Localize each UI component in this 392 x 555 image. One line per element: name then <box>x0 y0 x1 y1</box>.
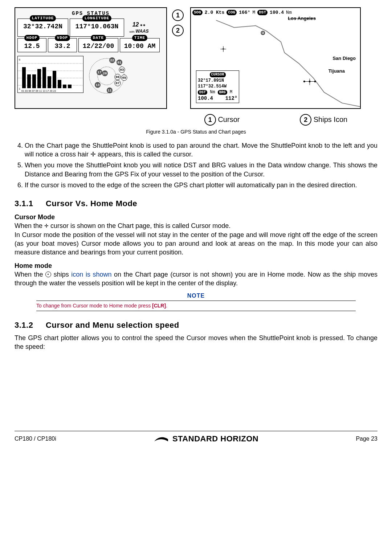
section-311-title: Cursor Vs. Home Mode <box>46 199 137 208</box>
callout-1-num: 1 <box>172 9 184 21</box>
longitude-box: LONGITUDE 117°10.063N <box>70 19 124 37</box>
svg-rect-6 <box>32 74 36 88</box>
date-box: DATE 12/22/00 <box>78 38 118 52</box>
callout-2: 2 <box>172 25 184 36</box>
date-value: 12/22/00 <box>80 41 117 51</box>
callout-2-num: 2 <box>172 25 184 36</box>
svg-text:09: 09 <box>122 76 126 80</box>
note-title: NOTE <box>36 292 356 300</box>
footer-brand: STANDARD HORIZON <box>154 433 258 444</box>
svg-text:6: 6 <box>19 58 20 61</box>
footer-left: CP180 / CP180i <box>15 435 56 443</box>
cursor-mode-line1: When the ✛ cursor is shown on the Chart … <box>15 221 377 230</box>
section-312-num: 3.1.2 <box>15 320 33 331</box>
svg-text:03: 03 <box>120 68 124 72</box>
hm-c: on the Chart page (cursor is not shown) … <box>15 271 377 287</box>
time-label: TIME <box>132 35 147 41</box>
home-mode-para: When the ships icon is shown on the Char… <box>15 270 377 288</box>
cursor-mode-head: Cursor Mode <box>15 213 377 221</box>
note-body: To change from Cursor mode to Home mode … <box>36 301 356 311</box>
svg-rect-8 <box>42 67 46 88</box>
cm-line1b: cursor is shown on the Chart page, this … <box>50 222 230 229</box>
svg-text:20: 20 <box>103 72 107 76</box>
svg-text:07: 07 <box>116 82 120 85</box>
footer-brand-text: STANDARD HORIZON <box>172 433 258 444</box>
gps-row3: 6 1 01 03 06 07 09 11 13 17 20 22 22 01 … <box>17 56 164 98</box>
crosshair-icon: ✛ <box>44 223 49 229</box>
svg-rect-12 <box>63 85 66 88</box>
latitude-value: 32°32.742N <box>19 21 66 32</box>
footer-right: Page 23 <box>356 435 377 443</box>
cursor-brg-unit: M <box>230 90 232 95</box>
hm-blue: icon is shown <box>71 271 111 278</box>
note-body-a: To change from Cursor mode to Home mode … <box>36 303 152 309</box>
map-label-la: Los Angeles <box>287 15 317 22</box>
page-footer: CP180 / CP180i STANDARD HORIZON Page 23 <box>15 431 377 444</box>
svg-text:01: 01 <box>118 61 122 65</box>
step-6: If the cursor is moved to the edge of th… <box>25 181 377 189</box>
time-box: TIME 10:00 AM <box>120 38 160 52</box>
hdop-label: HDOP <box>24 35 40 41</box>
vdop-value: 33.2 <box>50 41 75 51</box>
waas-text: WAAS <box>136 29 149 34</box>
legend-2-label: Ships Icon <box>314 115 347 123</box>
date-label: DATE <box>91 35 106 41</box>
figure-caption: Figure 3.1.0a - GPS Status and Chart pag… <box>15 128 377 135</box>
svg-text:13: 13 <box>96 83 100 87</box>
svg-rect-7 <box>37 69 41 88</box>
callout-1: 1 <box>172 9 184 21</box>
svg-text:1: 1 <box>19 87 20 90</box>
signal-bars: 6 1 01 03 06 07 09 11 13 17 20 22 <box>17 56 83 93</box>
svg-rect-11 <box>58 80 61 88</box>
cursor-brg-value: 112° <box>225 95 238 101</box>
figure-legend: 1 Cursor 2 Ships Icon <box>174 114 377 126</box>
legend-1-num: 1 <box>204 114 216 126</box>
time-value: 10:00 AM <box>122 41 158 51</box>
gps-status-panel: GPS STATUS LATITUDE 32°32.742N LONGITUDE… <box>15 7 167 109</box>
chart-page-panel: 1 2 SOG 2.0 Kts COG 166° M DST 100.4 Nm <box>172 7 361 109</box>
home-mode-head: Home mode <box>15 261 377 270</box>
legend-2-num: 2 <box>300 114 311 126</box>
step-4: On the Chart page the ShuttlePoint knob … <box>25 141 377 159</box>
hdop-box: HDOP 12.5 <box>17 38 46 52</box>
cursor-mode-para: In Cursor mode the position of the vesse… <box>15 230 377 257</box>
note-box: NOTE To change from Cursor mode to Home … <box>36 292 356 311</box>
svg-rect-13 <box>68 85 72 88</box>
svg-rect-5 <box>27 74 31 88</box>
step-5: When you move the ShuttlePoint knob you … <box>25 161 377 179</box>
steps-list: On the Chart page the ShuttlePoint knob … <box>15 141 377 189</box>
hm-b: ships <box>54 271 69 278</box>
legend-item-2: 2 Ships Icon <box>300 114 347 126</box>
waas-num: 12 <box>132 21 139 28</box>
svg-text:01 03 06 07 09 11 13 17 20 22: 01 03 06 07 09 11 13 17 20 22 <box>21 90 56 92</box>
cursor-lat: 32°17.891N <box>198 78 237 83</box>
gps-row2: HDOP 12.5 VDOP 33.2 DATE 12/22/00 TIME 1… <box>17 38 164 52</box>
cursor-dst-value: 100.4 <box>198 95 213 101</box>
cursor-box-title: CURSOR <box>210 72 226 77</box>
section-312-para: The GPS chart plotter allows you to cont… <box>15 334 377 351</box>
cursor-lon: 117°32.514W <box>198 83 237 89</box>
svg-text:11: 11 <box>108 89 112 93</box>
cm-line1a: When the <box>15 222 44 229</box>
map-label-sd: San Diego <box>332 55 356 62</box>
legend-1-label: Cursor <box>218 115 240 123</box>
section-311-heading: 3.1.1 Cursor Vs. Home Mode <box>15 198 377 209</box>
figures-row: GPS STATUS LATITUDE 32°32.742N LONGITUDE… <box>15 7 377 109</box>
svg-text:17: 17 <box>98 71 102 74</box>
gps-row1: LATITUDE 32°32.742N LONGITUDE 117°10.063… <box>17 19 164 37</box>
longitude-value: 117°10.063N <box>72 21 122 32</box>
svg-rect-10 <box>53 71 56 88</box>
svg-rect-4 <box>22 67 26 88</box>
cursor-dst-label: DST <box>198 90 207 95</box>
note-body-c: . <box>166 303 167 309</box>
waas-with: with <box>129 30 134 33</box>
longitude-label: LONGITUDE <box>82 15 111 21</box>
svg-rect-9 <box>48 76 51 88</box>
legend-item-1: 1 Cursor <box>204 114 240 126</box>
cursor-databox: CURSOR 32°17.891N 117°32.514W DST Nm BRG… <box>196 70 239 103</box>
map-label-tj: Tijuana <box>328 68 346 74</box>
waas-box: 12 ✷✷ with WAAS <box>126 19 152 37</box>
vdop-label: VDOP <box>55 35 70 41</box>
note-body-b: [CLR] <box>152 303 166 309</box>
ship-icon <box>45 272 51 277</box>
